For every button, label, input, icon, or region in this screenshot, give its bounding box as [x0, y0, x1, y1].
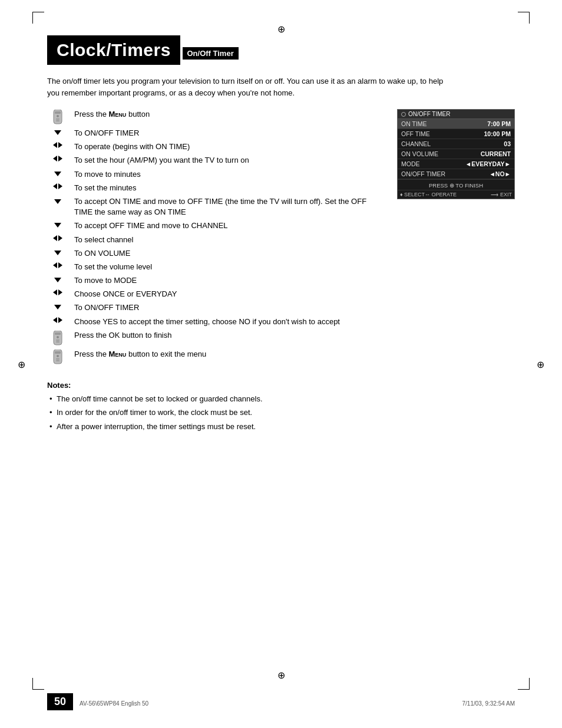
remote-icon-col-15: [47, 330, 68, 346]
svg-point-2: [57, 115, 59, 117]
instruction-row: Press the Menu button: [47, 109, 385, 125]
menu-row-channel: CHANNEL 03: [398, 139, 514, 149]
note-item-3: After a power interruption, the timer se…: [47, 421, 515, 433]
note-item-2: In order for the on/off timer to work, t…: [47, 407, 515, 419]
left-arrow-icon-3: [53, 156, 57, 162]
instruction-row: Choose YES to accept the timer setting, …: [47, 317, 385, 327]
instruction-text-1: To ON/OFF TIMER: [74, 128, 385, 139]
ok-button-icon: [51, 331, 64, 346]
reg-mark-top: ⊕: [277, 24, 285, 35]
lr-arrows-icon-col-5: [47, 183, 68, 189]
menu-header-circle: [401, 112, 406, 117]
menu-row-off-time: OFF TIME 10:00 PM: [398, 129, 514, 139]
svg-point-7: [57, 336, 59, 338]
lr-arrows-icon-3: [53, 156, 62, 162]
on-time-label: ON TIME: [401, 120, 427, 127]
instruction-row: Press the Menu button to exit the menu: [47, 349, 385, 365]
lr-arrows-icon-10: [53, 262, 62, 268]
lr-arrows-icon-col-8: [47, 235, 68, 241]
lr-arrows-icon-col-14: [47, 317, 68, 323]
onoff-timer-value: ◄NO►: [489, 170, 511, 177]
instruction-row: To move to minutes: [47, 169, 385, 180]
left-arrow-icon: [53, 142, 57, 148]
down-arrow-icon-col-7: [47, 220, 68, 228]
reg-mark-right: ⊕: [537, 358, 544, 370]
instruction-text-11: To move to MODE: [74, 275, 385, 286]
instruction-row: To ON/OFF TIMER: [47, 128, 385, 139]
instruction-text-0: Press the Menu button: [74, 109, 385, 120]
instruction-text-10: To set the volume level: [74, 262, 385, 272]
instruction-text-9: To ON VOLUME: [74, 248, 385, 259]
footer-right-text: 7/11/03, 9:32:54 AM: [462, 700, 515, 707]
content-area: Press the Menu button To ON/OFF TIMER To…: [47, 109, 515, 368]
svg-rect-8: [56, 340, 59, 341]
instruction-text-14: Choose YES to accept the timer setting, …: [74, 317, 385, 327]
instruction-row: Choose ONCE or EVERYDAY: [47, 289, 385, 299]
intro-text: The on/off timer lets you program your t…: [47, 75, 448, 98]
instruction-row: To set the volume level: [47, 262, 385, 272]
onoff-timer-label: ON/OFF TIMER: [401, 170, 445, 177]
off-time-label: OFF TIME: [401, 130, 430, 137]
left-arrow-icon-12: [53, 289, 57, 295]
instruction-row: To accept ON TIME and move to OFF TIME (…: [47, 196, 385, 218]
chapter-title: Clock/Timers: [47, 35, 180, 65]
menu-button-icon: [51, 110, 64, 125]
instruction-row: To set the hour (AM/PM) you want the TV …: [47, 155, 385, 166]
lr-arrows-icon: [53, 142, 62, 148]
menu-row-onoff-timer: ON/OFF TIMER ◄NO►: [398, 169, 514, 179]
instruction-row: To operate (begins with ON TIME): [47, 141, 385, 152]
menu-row-on-volume: ON VOLUME CURRENT: [398, 149, 514, 159]
on-time-value: 7:00 PM: [487, 120, 511, 127]
down-arrow-icon-11: [54, 278, 61, 282]
lr-arrows-icon-12: [53, 289, 62, 295]
instruction-row: To ON/OFF TIMER: [47, 302, 385, 313]
instruction-text-12: Choose ONCE or EVERYDAY: [74, 289, 385, 299]
down-arrow-icon-col-6: [47, 196, 68, 204]
on-volume-value: CURRENT: [481, 150, 511, 157]
menu-footer-nav: ♦ SELECT↔ OPERATE ⟶ EXIT: [398, 190, 514, 199]
menu-screen: ON/OFF TIMER ON TIME 7:00 PM OFF TIME 10…: [397, 109, 515, 199]
svg-rect-6: [55, 332, 61, 335]
menu-footer-press: PRESS ⊕ TO FINISH: [398, 179, 514, 190]
lr-arrows-icon-col-12: [47, 289, 68, 295]
menu-exit-button-icon: [51, 350, 64, 365]
lr-arrows-icon-8: [53, 235, 62, 241]
instruction-text-2: To operate (begins with ON TIME): [74, 141, 385, 152]
down-arrow-icon-9: [54, 251, 61, 255]
channel-label: CHANNEL: [401, 140, 431, 147]
menu-screen-header: ON/OFF TIMER: [398, 110, 514, 119]
right-arrow-icon-14: [58, 317, 62, 323]
svg-rect-1: [55, 111, 61, 114]
instructions-list: Press the Menu button To ON/OFF TIMER To…: [47, 109, 385, 368]
left-arrow-icon-8: [53, 235, 57, 241]
instruction-text-8: To select channel: [74, 235, 385, 245]
instruction-row: To set the minutes: [47, 183, 385, 193]
crop-mark-bl: [32, 678, 44, 690]
mode-value: ◄EVERYDAY►: [465, 160, 511, 167]
down-arrow-icon-col: [47, 128, 68, 135]
instruction-row: To select channel: [47, 235, 385, 245]
menu-row-mode: MODE ◄EVERYDAY►: [398, 159, 514, 169]
lr-arrows-icon-14: [53, 317, 62, 323]
down-arrow-icon-13: [54, 305, 61, 309]
down-arrow-icon-col-4: [47, 169, 68, 176]
channel-value: 03: [504, 140, 511, 147]
lr-arrows-icon-col: [47, 141, 68, 148]
down-arrow-icon-4: [54, 172, 61, 176]
menu-screen-title: ON/OFF TIMER: [408, 111, 450, 117]
down-arrow-icon-7: [54, 223, 61, 228]
remote-icon-col-16: [47, 349, 68, 365]
lr-arrows-icon-col-10: [47, 262, 68, 268]
notes-section: Notes: The on/off time cannot be set to …: [47, 381, 515, 433]
down-arrow-icon-col-11: [47, 275, 68, 282]
right-arrow-icon-8: [58, 235, 62, 241]
right-arrow-icon-10: [58, 262, 62, 268]
off-time-value: 10:00 PM: [484, 130, 511, 137]
right-arrow-icon-5: [58, 183, 62, 189]
crop-mark-tl: [32, 12, 44, 24]
mode-label: MODE: [401, 160, 420, 167]
note-item-1: The on/off time cannot be set to locked …: [47, 393, 515, 405]
footer-select: ♦ SELECT↔ OPERATE: [400, 192, 457, 197]
right-arrow-icon: [58, 142, 62, 148]
instruction-row: Press the OK button to finish: [47, 330, 385, 346]
